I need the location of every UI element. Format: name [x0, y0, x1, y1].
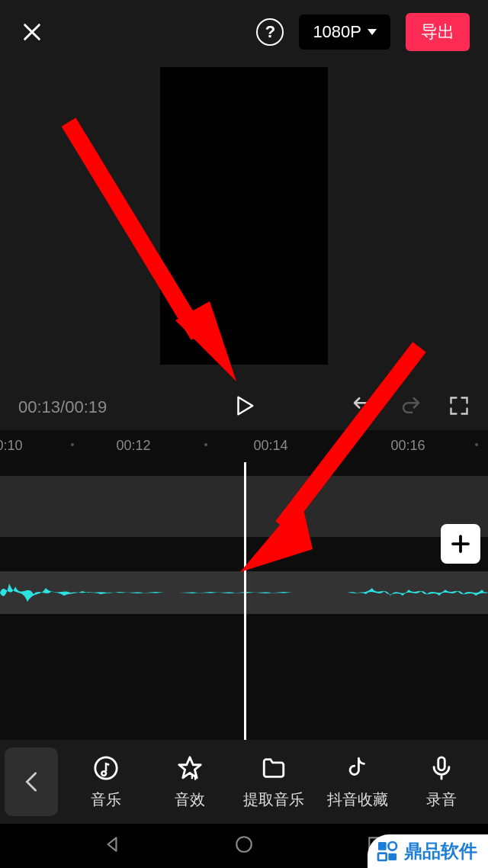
bottom-toolbar: 音乐 音效 提取音乐 抖音收藏 录音: [0, 740, 488, 824]
tool-extract[interactable]: 提取音乐: [232, 754, 316, 810]
svg-rect-12: [378, 854, 387, 860]
preview-area: [0, 64, 488, 384]
plus-icon: [449, 532, 472, 555]
star-icon: [176, 754, 204, 782]
svg-point-8: [236, 837, 252, 852]
ruler-dot: [338, 443, 341, 446]
watermark-text: 鼎品软件: [404, 839, 477, 863]
add-clip-button[interactable]: [441, 524, 480, 564]
ruler-dot: [204, 443, 207, 446]
close-button[interactable]: [18, 18, 46, 46]
undo-icon: [351, 394, 374, 417]
folder-icon: [260, 754, 287, 782]
play-icon: [233, 394, 255, 417]
tool-label: 音效: [175, 789, 205, 810]
playhead[interactable]: [244, 462, 246, 744]
ruler-tick: 00:12: [116, 438, 150, 454]
top-bar: ? 1080P 导出: [0, 0, 488, 64]
resolution-label: 1080P: [313, 22, 361, 42]
video-preview[interactable]: [160, 67, 328, 365]
toolbar-back-button[interactable]: [5, 747, 58, 816]
ruler-tick: 0:10: [0, 438, 23, 454]
close-icon: [21, 21, 43, 43]
undo-button[interactable]: [351, 394, 374, 420]
ruler-tick: 00:14: [253, 438, 287, 454]
watermark-badge: 鼎品软件: [368, 834, 488, 868]
music-icon: [92, 754, 120, 782]
help-icon: ?: [265, 22, 275, 42]
export-button[interactable]: 导出: [406, 13, 470, 51]
timeline[interactable]: 0:10 00:12 00:14 00:16: [0, 430, 488, 758]
tool-music[interactable]: 音乐: [64, 754, 148, 810]
tool-label: 提取音乐: [243, 789, 304, 810]
svg-rect-10: [378, 842, 387, 850]
svg-rect-7: [438, 757, 445, 770]
ruler-dot: [71, 443, 74, 446]
time-display: 00:13/00:19: [18, 397, 107, 417]
fullscreen-button[interactable]: [448, 395, 470, 420]
mic-icon: [428, 754, 455, 782]
nav-home-button[interactable]: [234, 834, 254, 857]
douyin-icon: [344, 754, 371, 782]
tool-favorite[interactable]: 抖音收藏: [316, 754, 400, 810]
redo-icon: [400, 394, 422, 417]
watermark-logo-icon: [375, 839, 400, 863]
ruler-tick: 00:16: [390, 438, 425, 454]
ruler-dot: [475, 443, 478, 446]
back-icon: [24, 771, 39, 792]
svg-rect-13: [388, 854, 396, 860]
nav-home-icon: [234, 834, 254, 854]
tool-sfx[interactable]: 音效: [148, 754, 232, 810]
timeline-ruler[interactable]: 0:10 00:12 00:14 00:16: [0, 430, 488, 461]
chevron-down-icon: [368, 29, 377, 35]
player-bar: 00:13/00:19: [0, 384, 488, 430]
tool-label: 音乐: [91, 789, 121, 810]
fullscreen-icon: [448, 395, 470, 416]
export-label: 导出: [421, 22, 454, 41]
play-button[interactable]: [233, 394, 255, 420]
help-button[interactable]: ?: [256, 18, 284, 46]
tool-label: 抖音收藏: [327, 789, 388, 810]
nav-back-icon: [102, 834, 122, 854]
svg-point-11: [388, 842, 396, 850]
tool-label: 录音: [426, 789, 457, 810]
redo-button[interactable]: [400, 394, 422, 420]
tool-record[interactable]: 录音: [400, 754, 483, 810]
resolution-select[interactable]: 1080P: [299, 14, 390, 50]
nav-back-button[interactable]: [102, 834, 122, 857]
